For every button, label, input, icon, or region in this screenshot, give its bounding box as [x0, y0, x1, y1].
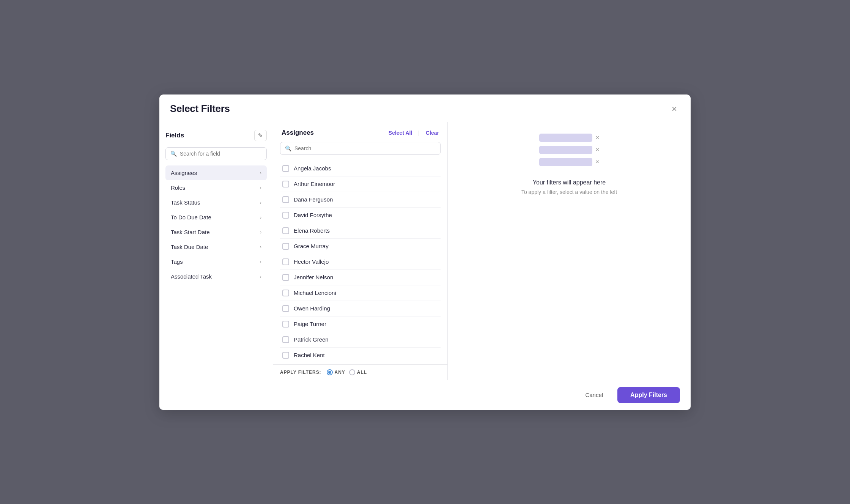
chip-bar: [539, 134, 592, 142]
field-item-task-due-date[interactable]: Task Due Date›: [165, 239, 267, 254]
chip-remove-button[interactable]: ✕: [595, 135, 600, 140]
assignee-item[interactable]: David Forsythe: [280, 208, 441, 223]
assignees-panel: Assignees Select All | Clear 🔍 Angela Ja…: [273, 122, 448, 380]
cancel-button[interactable]: Cancel: [578, 388, 611, 402]
field-item-label: Assignees: [171, 170, 197, 176]
chevron-icon: ›: [260, 200, 261, 205]
chip-remove-button[interactable]: ✕: [595, 147, 600, 153]
fields-search-box: 🔍: [165, 147, 267, 160]
field-item-assignees[interactable]: Assignees›: [165, 165, 267, 180]
assignee-name: Arthur Einemoor: [294, 181, 335, 187]
divider: |: [418, 130, 420, 136]
field-item-roles[interactable]: Roles›: [165, 180, 267, 195]
filters-main-text: Your filters will appear here: [521, 179, 617, 186]
radio-any[interactable]: ANY: [327, 369, 345, 375]
assignee-item[interactable]: Angela Jacobs: [280, 161, 441, 176]
chip-remove-button[interactable]: ✕: [595, 159, 600, 165]
radio-group: ANY ALL: [327, 369, 367, 375]
assignee-name: Patrick Green: [294, 336, 329, 343]
chevron-icon: ›: [260, 244, 261, 250]
assignee-item[interactable]: Paige Turner: [280, 317, 441, 332]
chip-bar: [539, 158, 592, 166]
assignee-item[interactable]: Michael Lencioni: [280, 285, 441, 301]
chevron-icon: ›: [260, 170, 261, 176]
assignee-name: Paige Turner: [294, 321, 326, 327]
clear-button[interactable]: Clear: [426, 130, 439, 136]
chevron-icon: ›: [260, 185, 261, 191]
select-filters-modal: Select Filters × Fields ✎ 🔍 Assignees›Ro…: [159, 94, 691, 410]
modal-title: Select Filters: [170, 103, 230, 115]
checkbox[interactable]: [282, 352, 289, 359]
apply-filters-bar: APPLY FILTERS: ANY ALL: [273, 364, 447, 380]
checkbox[interactable]: [282, 336, 289, 343]
field-item-label: Roles: [171, 184, 185, 191]
fields-search-input[interactable]: [180, 151, 262, 157]
checkbox[interactable]: [282, 165, 289, 172]
assignee-item[interactable]: Grace Murray: [280, 239, 441, 254]
modal-footer: Cancel Apply Filters: [159, 380, 691, 410]
assignee-name: Rachel Kent: [294, 352, 325, 358]
select-all-button[interactable]: Select All: [389, 130, 412, 136]
checkbox[interactable]: [282, 290, 289, 296]
filter-chip: ✕: [539, 134, 600, 142]
modal-header: Select Filters ×: [159, 94, 691, 122]
radio-all[interactable]: ALL: [349, 369, 367, 375]
assignees-search-box: 🔍: [280, 142, 441, 155]
checkbox[interactable]: [282, 305, 289, 312]
assignee-name: Angela Jacobs: [294, 165, 331, 172]
radio-all-circle: [349, 369, 355, 375]
checkbox[interactable]: [282, 274, 289, 281]
assignee-item[interactable]: Patrick Green: [280, 332, 441, 348]
field-item-label: Task Start Date: [171, 229, 210, 235]
field-item-associated-task[interactable]: Associated Task›: [165, 269, 267, 284]
chevron-icon: ›: [260, 274, 261, 279]
checkbox[interactable]: [282, 212, 289, 219]
modal-body: Fields ✎ 🔍 Assignees›Roles›Task Status›T…: [159, 122, 691, 380]
filter-chip: ✕: [539, 158, 600, 166]
checkbox[interactable]: [282, 196, 289, 203]
checkbox[interactable]: [282, 321, 289, 328]
checkbox[interactable]: [282, 243, 289, 250]
modal-overlay: Select Filters × Fields ✎ 🔍 Assignees›Ro…: [0, 0, 850, 504]
checkbox[interactable]: [282, 227, 289, 234]
assignee-item[interactable]: Hector Vallejo: [280, 254, 441, 270]
assignee-name: David Forsythe: [294, 212, 332, 218]
assignee-item[interactable]: Jennifer Nelson: [280, 270, 441, 285]
assignee-item[interactable]: Owen Harding: [280, 301, 441, 317]
fields-header: Fields ✎: [165, 130, 267, 141]
assignee-item[interactable]: Elena Roberts: [280, 223, 441, 239]
close-button[interactable]: ×: [669, 103, 680, 115]
field-item-label: Task Status: [171, 199, 200, 206]
fields-panel: Fields ✎ 🔍 Assignees›Roles›Task Status›T…: [159, 122, 273, 380]
assignee-name: Hector Vallejo: [294, 258, 329, 265]
filter-chips: ✕✕✕: [539, 134, 600, 166]
checkbox[interactable]: [282, 181, 289, 187]
assignee-name: Jennifer Nelson: [294, 274, 333, 280]
assignee-name: Michael Lencioni: [294, 290, 336, 296]
field-item-task-start-date[interactable]: Task Start Date›: [165, 225, 267, 239]
assignee-item[interactable]: Dana Ferguson: [280, 192, 441, 208]
apply-filters-button[interactable]: Apply Filters: [617, 387, 680, 403]
filter-chip: ✕: [539, 146, 600, 154]
field-item-label: To Do Due Date: [171, 214, 211, 220]
field-item-tags[interactable]: Tags›: [165, 254, 267, 269]
assignees-search-icon: 🔍: [285, 145, 291, 151]
assignees-header: Assignees Select All | Clear: [273, 122, 447, 142]
checkbox[interactable]: [282, 258, 289, 265]
edit-fields-button[interactable]: ✎: [254, 130, 267, 141]
assignees-list: Angela JacobsArthur EinemoorDana Ferguso…: [273, 159, 447, 364]
chip-bar: [539, 146, 592, 154]
filters-panel: ✕✕✕ Your filters will appear here To app…: [448, 122, 691, 380]
fields-list: Assignees›Roles›Task Status›To Do Due Da…: [165, 165, 267, 284]
assignee-item[interactable]: Arthur Einemoor: [280, 176, 441, 192]
field-item-task-status[interactable]: Task Status›: [165, 195, 267, 210]
assignees-search-input[interactable]: [294, 145, 436, 151]
assignee-item[interactable]: Rachel Kent: [280, 348, 441, 363]
apply-filters-label: APPLY FILTERS:: [280, 370, 321, 375]
field-item-label: Tags: [171, 258, 183, 265]
chevron-icon: ›: [260, 214, 261, 220]
radio-any-circle: [327, 369, 333, 375]
radio-any-label: ANY: [335, 370, 345, 375]
field-item-to-do-due-date[interactable]: To Do Due Date›: [165, 210, 267, 225]
assignee-name: Dana Ferguson: [294, 196, 333, 203]
